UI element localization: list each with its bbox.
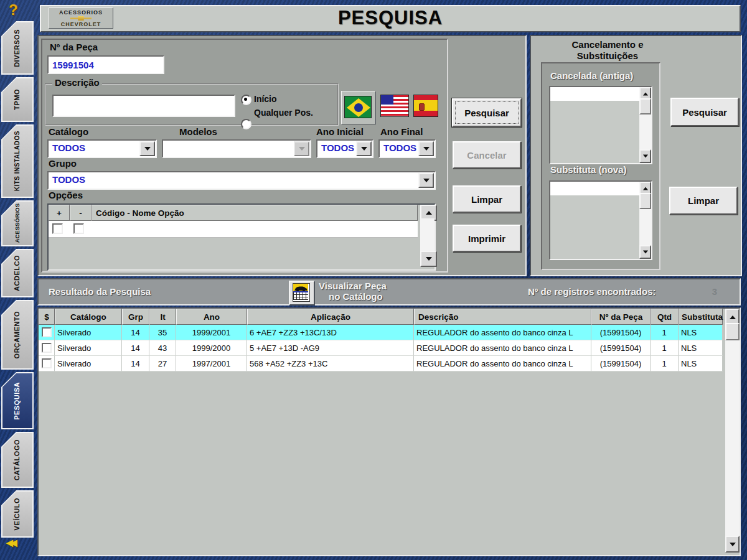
arrow-up-icon (426, 211, 432, 215)
scroll-thumb[interactable] (639, 98, 651, 114)
year-end-dropdown[interactable]: TODOS (378, 139, 436, 158)
models-dropdown[interactable] (162, 139, 311, 158)
sidebar-tab-pesquisa[interactable]: PESQUISA (1, 372, 34, 429)
help-icon[interactable]: ? (9, 1, 18, 19)
scroll-down-button[interactable] (420, 251, 437, 267)
row-checkbox[interactable] (42, 343, 52, 353)
col-header-dollar[interactable]: $ (39, 309, 55, 325)
radio-inicio[interactable] (241, 95, 251, 105)
scroll-track[interactable] (420, 218, 435, 253)
keypad-grid-icon (293, 292, 308, 300)
clear-button[interactable]: Limpar (453, 185, 521, 213)
col-header-ano[interactable]: Ano (176, 309, 247, 325)
results-table-scrollbar[interactable] (725, 309, 740, 553)
col-header-catalogo[interactable]: Catálogo (55, 309, 122, 325)
scroll-down-button[interactable] (639, 149, 651, 163)
print-button[interactable]: Imprimir (453, 225, 521, 252)
year-start-dropdown-button[interactable] (356, 141, 372, 156)
chevron-down-icon (423, 179, 430, 182)
collapse-arrows-icon[interactable]: ◀◀ (6, 538, 15, 548)
scroll-down-button[interactable] (639, 245, 651, 259)
sidebar-tab-catalogo[interactable]: CATÁLOGO (1, 432, 34, 488)
listbox-empty-item (550, 182, 639, 195)
catalog-dropdown[interactable]: TODOS (47, 139, 157, 158)
cancelled-old-scrollbar[interactable] (639, 87, 651, 163)
options-col-plus[interactable]: + (49, 205, 70, 221)
radio-qualquer-pos-label[interactable]: Qualquer Pos. (254, 108, 313, 118)
arrow-up-icon (730, 315, 736, 319)
options-col-name[interactable]: Código - Nome Opção (92, 205, 418, 221)
sidebar-tab-veiculo[interactable]: VEÍCULO (1, 490, 34, 538)
col-header-grp[interactable]: Grp (122, 309, 149, 325)
year-end-dropdown-button[interactable] (418, 141, 434, 156)
scroll-down-button[interactable] (725, 536, 740, 553)
description-label: Descrição (52, 77, 102, 88)
row-checkbox[interactable] (42, 327, 52, 337)
view-in-catalog-button[interactable] (289, 281, 315, 306)
table-row[interactable]: Silverado 14 43 1999/2000 5 +AE7 +13D -A… (39, 340, 723, 356)
group-dropdown-button[interactable] (418, 173, 434, 188)
sidebar-tab-acdelco[interactable]: ACDELCO (1, 249, 34, 297)
options-label: Opções (49, 190, 83, 200)
row-checkbox[interactable] (42, 358, 52, 368)
results-title: Resultado da Pesquisa (49, 286, 151, 297)
sidebar: ? DIVERSOS TPMO KITS INSTALADOS ACESSÓRI… (0, 0, 35, 560)
catalog-dropdown-button[interactable] (139, 141, 155, 156)
year-start-label: Ano Inicial (316, 126, 364, 137)
cell-substituta: NLS (679, 340, 723, 356)
col-header-qtd[interactable]: Qtd (651, 309, 679, 325)
scroll-thumb[interactable] (639, 193, 651, 209)
substitute-new-label: Substituta (nova) (550, 164, 627, 175)
radio-inicio-label[interactable]: Início (254, 94, 277, 104)
arrow-down-icon (730, 543, 736, 546)
table-row[interactable]: Silverado 14 27 1997/2001 568 +A52 +ZZ3 … (39, 356, 723, 371)
options-col-minus[interactable]: - (70, 205, 92, 221)
year-start-dropdown[interactable]: TODOS (316, 139, 374, 158)
usa-flag-canton (381, 95, 393, 105)
substitutions-clear-button[interactable]: Limpar (669, 187, 738, 215)
sidebar-tab-tpmo[interactable]: TPMO (1, 77, 34, 122)
cell-descricao: REGULADOR do assento do banco cinza L (414, 356, 591, 371)
cancelled-old-listbox[interactable] (549, 86, 652, 164)
group-label: Grupo (49, 158, 77, 169)
brazil-flag-frame[interactable] (341, 91, 376, 124)
sidebar-tab-diversos[interactable]: DIVERSOS (1, 21, 34, 75)
substitutions-search-button[interactable]: Pesquisar (670, 98, 739, 126)
group-value: TODOS (52, 174, 85, 185)
col-header-peca[interactable]: Nº da Peça (591, 309, 651, 325)
sidebar-tab-kits-instalados[interactable]: KITS INSTALADOS (1, 124, 34, 198)
table-row[interactable]: Silverado 14 35 1999/2001 6 +AE7 +ZZ3 +1… (39, 325, 723, 340)
cancelled-old-label: Cancelada (antiga) (550, 70, 633, 81)
substitutions-title-line2: Substituições (530, 50, 685, 61)
cell-aplicacao: 5 +AE7 +13D -AG9 (247, 340, 414, 356)
col-header-aplicacao[interactable]: Aplicação (247, 309, 414, 325)
option-minus-checkbox[interactable] (73, 223, 84, 234)
sidebar-tab-acessorios[interactable]: ACESSÓRIOS (1, 200, 34, 246)
scroll-thumb[interactable] (725, 323, 740, 340)
substitute-new-listbox[interactable] (549, 180, 652, 260)
search-button[interactable]: Pesquisar (452, 98, 522, 127)
group-dropdown[interactable]: TODOS (47, 171, 436, 190)
spain-flag[interactable] (413, 95, 438, 117)
part-number-input[interactable] (47, 55, 164, 74)
substitute-new-scrollbar[interactable] (639, 182, 651, 259)
options-grid-scrollbar[interactable] (420, 205, 435, 267)
brazil-flag-globe (354, 103, 363, 112)
description-input[interactable] (52, 95, 235, 117)
usa-flag[interactable] (380, 95, 409, 117)
view-in-catalog-label-line1: Visualizar Peça (319, 281, 387, 291)
part-number-label: Nº da Peça (50, 42, 98, 52)
col-header-substituta[interactable]: Substituta (679, 309, 723, 325)
option-plus-checkbox[interactable] (52, 223, 63, 234)
car-catalog-icon (293, 283, 310, 302)
radio-qualquer-pos[interactable] (241, 119, 251, 129)
options-empty-row[interactable] (49, 221, 418, 238)
sidebar-tab-orcamento[interactable]: ORÇAMENTO (1, 300, 34, 370)
cell-substituta: NLS (679, 356, 723, 371)
cell-grp: 14 (122, 340, 149, 356)
col-header-it[interactable]: It (149, 309, 176, 325)
sidebar-tab-label: TPMO (14, 89, 21, 110)
cell-ano: 1997/2001 (176, 356, 247, 371)
scroll-track[interactable] (725, 323, 740, 538)
col-header-descricao[interactable]: Descrição (414, 309, 591, 325)
